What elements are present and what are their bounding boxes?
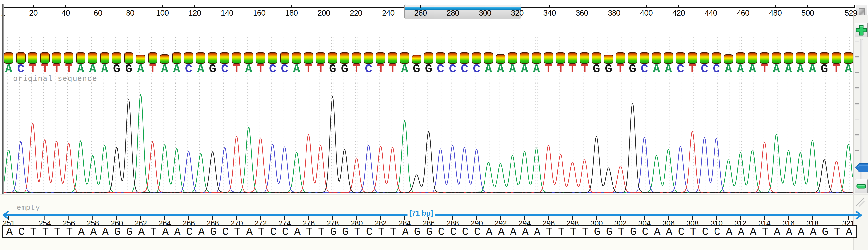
sequence-letter[interactable]: C <box>642 226 648 238</box>
base-letter[interactable]: A <box>293 63 300 75</box>
base-letter[interactable]: G <box>821 63 828 75</box>
base-letter[interactable]: G <box>413 63 420 75</box>
sequence-letter[interactable]: G <box>114 226 121 238</box>
sequence-letter[interactable]: T <box>42 226 49 238</box>
sequence-letter[interactable]: T <box>30 226 37 238</box>
sequence-letter[interactable]: A <box>174 226 181 238</box>
base-letter[interactable]: T <box>53 63 60 75</box>
base-letter[interactable]: T <box>317 63 324 75</box>
base-letter[interactable]: G <box>605 63 612 75</box>
base-letter[interactable]: G <box>113 63 120 75</box>
sequence-letter[interactable]: A <box>774 226 780 238</box>
base-letter[interactable]: C <box>677 63 684 75</box>
sequence-letter[interactable]: C <box>222 226 228 238</box>
base-letter[interactable]: G <box>629 63 636 75</box>
sequence-letter[interactable]: A <box>246 226 252 238</box>
sequence-letter[interactable]: G <box>330 226 337 238</box>
sequence-letter[interactable]: G <box>342 226 349 238</box>
base-letter[interactable]: T <box>305 63 312 75</box>
sequence-letter[interactable]: C <box>678 226 684 238</box>
base-letter[interactable]: C <box>221 63 228 75</box>
base-letter[interactable]: G <box>125 63 132 75</box>
base-letter[interactable]: A <box>737 63 744 75</box>
sequence-letter[interactable]: T <box>354 226 361 238</box>
sequence-letter[interactable]: G <box>126 226 133 238</box>
sequence-letter[interactable]: A <box>750 226 756 238</box>
sequence-letter[interactable]: G <box>414 226 421 238</box>
base-letter[interactable]: A <box>101 63 108 75</box>
base-letter[interactable]: G <box>425 63 432 75</box>
sequence-letter[interactable]: T <box>582 226 588 238</box>
base-letter[interactable]: C <box>701 63 708 75</box>
base-letter[interactable]: G <box>593 63 600 75</box>
resize-grip-icon[interactable] <box>856 198 864 206</box>
base-letter[interactable]: A <box>245 63 252 75</box>
base-letter[interactable]: T <box>353 63 360 75</box>
sequence-letter[interactable]: A <box>138 226 145 238</box>
base-letter[interactable]: C <box>437 63 444 75</box>
sequence-letter[interactable]: G <box>426 226 433 238</box>
sequence-letter[interactable]: A <box>726 226 732 238</box>
base-letter[interactable]: A <box>665 63 672 75</box>
sequence-letter[interactable]: T <box>258 226 265 238</box>
base-letter[interactable]: T <box>377 63 384 75</box>
sequence-letter[interactable]: T <box>150 226 156 238</box>
base-letter[interactable]: C <box>17 63 24 75</box>
sequence-letter[interactable]: A <box>846 226 852 238</box>
base-letter[interactable]: T <box>41 63 48 75</box>
sequence-letter[interactable]: C <box>18 226 25 238</box>
base-letter[interactable]: C <box>461 63 468 75</box>
base-letter[interactable]: T <box>557 63 564 75</box>
sequence-letter[interactable]: C <box>450 226 457 238</box>
base-letter[interactable]: T <box>389 63 396 75</box>
base-letter[interactable]: A <box>749 63 756 75</box>
sequence-letter[interactable]: T <box>54 226 61 238</box>
sequence-letter[interactable]: G <box>606 226 613 238</box>
base-letter[interactable]: A <box>197 63 204 75</box>
sequence-letter[interactable]: T <box>390 226 396 238</box>
base-letter[interactable]: T <box>233 63 240 75</box>
sequence-letter[interactable]: A <box>798 226 804 238</box>
sequence-letter[interactable]: T <box>546 226 552 238</box>
sequence-letter[interactable]: T <box>66 226 72 238</box>
sequence-letter[interactable]: A <box>78 226 85 238</box>
sequence-letter[interactable]: A <box>654 226 660 238</box>
zoom-slider-thumb[interactable] <box>856 163 868 173</box>
base-letter[interactable]: A <box>485 63 492 75</box>
sequence-letter[interactable]: A <box>534 226 540 238</box>
base-letter[interactable]: T <box>689 63 696 75</box>
base-letter[interactable]: T <box>581 63 588 75</box>
base-letter[interactable]: A <box>401 63 408 75</box>
sequence-letter[interactable]: A <box>486 226 492 238</box>
zoom-out-button[interactable] <box>855 179 868 193</box>
base-letter[interactable]: T <box>617 63 624 75</box>
base-letter[interactable]: T <box>65 63 72 75</box>
base-letter[interactable]: T <box>833 63 840 75</box>
sequence-letter[interactable]: T <box>234 226 241 238</box>
base-letter[interactable]: A <box>161 63 168 75</box>
sequence-letter[interactable]: T <box>570 226 576 238</box>
sequence-letter[interactable]: G <box>210 226 217 238</box>
base-letter[interactable]: A <box>773 63 780 75</box>
base-letter[interactable]: A <box>137 63 144 75</box>
base-letter[interactable]: C <box>449 63 456 75</box>
base-letter[interactable]: A <box>521 63 528 75</box>
base-letter[interactable]: A <box>785 63 792 75</box>
base-letter[interactable]: A <box>653 63 660 75</box>
base-letter[interactable]: A <box>533 63 540 75</box>
sequence-letter[interactable]: A <box>198 226 205 238</box>
sequence-letter[interactable]: G <box>630 226 636 238</box>
sequence-letter[interactable]: G <box>822 226 828 238</box>
base-letter[interactable]: A <box>5 63 12 75</box>
sequence-letter[interactable]: C <box>282 226 288 238</box>
sequence-letter[interactable]: A <box>738 226 744 238</box>
base-letter[interactable]: C <box>473 63 480 75</box>
sequence-letter[interactable]: T <box>318 226 324 238</box>
base-letter[interactable]: T <box>545 63 552 75</box>
sequence-letter[interactable]: G <box>594 226 600 238</box>
sequence-letter[interactable]: A <box>810 226 816 238</box>
base-letter[interactable]: C <box>269 63 276 75</box>
base-letter[interactable]: G <box>341 63 348 75</box>
sequence-letter[interactable]: A <box>90 226 97 238</box>
base-letter[interactable]: G <box>329 63 336 75</box>
